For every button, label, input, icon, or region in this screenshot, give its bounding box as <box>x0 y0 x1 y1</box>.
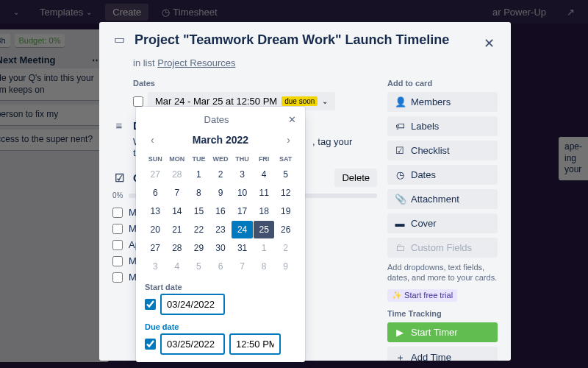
calendar-day[interactable]: 26 <box>275 221 296 238</box>
calendar-day[interactable]: 29 <box>188 239 209 257</box>
checkbox[interactable] <box>112 240 123 250</box>
labels-button[interactable]: 🏷Labels <box>387 116 498 136</box>
calendar-day[interactable]: 9 <box>210 184 232 202</box>
cover-button[interactable]: ▬Cover <box>387 213 498 233</box>
start-date-checkbox[interactable] <box>145 299 156 310</box>
start-trial-pill[interactable]: ✨ Start free trial <box>387 289 457 302</box>
calendar-day[interactable]: 5 <box>275 166 296 183</box>
calendar-day[interactable]: 8 <box>254 258 275 275</box>
calendar-day[interactable]: 11 <box>254 184 275 202</box>
card-icon: ▭ <box>112 32 126 46</box>
custom-fields-note: Add dropdowns, text fields, dates, and m… <box>387 262 498 283</box>
prev-month-button[interactable]: ‹ <box>145 131 160 149</box>
due-date-input[interactable] <box>160 333 225 355</box>
clock-icon: ◷ <box>395 169 405 180</box>
popover-title: Dates <box>145 114 288 125</box>
due-soon-badge: due soon <box>282 96 318 106</box>
check-icon: ☑ <box>395 145 405 156</box>
checkbox[interactable] <box>112 224 123 234</box>
calendar-day[interactable]: 18 <box>254 202 275 220</box>
date-picker-popover: Dates ✕ ‹ March 2022 › SUNMONTUEWEDTHUFR… <box>136 107 305 362</box>
tag-icon: 🏷 <box>395 121 405 132</box>
calendar-day[interactable]: 23 <box>210 221 232 238</box>
chevron-down-icon: ⌄ <box>322 97 328 105</box>
start-timer-button[interactable]: ▶Start Timer <box>387 322 498 342</box>
calendar-day[interactable]: 24 <box>232 221 253 238</box>
checklist-button[interactable]: ☑Checklist <box>387 141 498 160</box>
description-icon: ≡ <box>112 119 126 132</box>
calendar-day[interactable]: 7 <box>232 258 253 275</box>
calendar-day[interactable]: 21 <box>167 221 188 238</box>
calendar-day[interactable]: 15 <box>188 202 209 220</box>
calendar-day[interactable]: 22 <box>188 221 209 238</box>
close-icon[interactable]: ✕ <box>288 114 296 125</box>
date-complete-checkbox[interactable] <box>133 96 143 107</box>
calendar-day[interactable]: 28 <box>167 239 188 257</box>
card-title[interactable]: Project "Teamwork Dream Work" Launch Tim… <box>135 32 472 48</box>
calendar-day[interactable]: 1 <box>254 239 275 257</box>
add-time-button[interactable]: ＋Add Time <box>387 347 498 361</box>
calendar-day[interactable]: 12 <box>275 184 296 202</box>
dow-label: WED <box>210 153 232 165</box>
close-icon[interactable]: ✕ <box>481 32 498 54</box>
calendar-day[interactable]: 3 <box>232 166 253 183</box>
start-date-input[interactable] <box>160 294 225 315</box>
calendar-month: March 2022 <box>193 134 248 146</box>
add-to-card-label: Add to card <box>387 79 498 88</box>
calendar-day[interactable]: 8 <box>188 184 209 202</box>
calendar-day[interactable]: 1 <box>188 166 209 183</box>
calendar-day[interactable]: 20 <box>145 221 166 238</box>
calendar-day[interactable]: 2 <box>275 239 296 257</box>
paperclip-icon: 📎 <box>395 194 405 205</box>
checkbox[interactable] <box>112 272 123 283</box>
calendar-day[interactable]: 31 <box>232 239 253 257</box>
attachment-button[interactable]: 📎Attachment <box>387 189 498 209</box>
list-link[interactable]: Project Resources <box>157 57 235 68</box>
calendar-day[interactable]: 27 <box>145 166 166 183</box>
custom-fields-button[interactable]: 🗀Custom Fields <box>387 238 498 258</box>
calendar-day[interactable]: 27 <box>145 239 166 257</box>
dow-label: MON <box>167 153 188 165</box>
delete-checklist-button[interactable]: Delete <box>334 169 377 187</box>
dow-label: TUE <box>188 153 209 165</box>
dow-label: FRI <box>254 153 275 165</box>
checkbox[interactable] <box>112 256 123 266</box>
dow-label: SAT <box>275 153 296 165</box>
start-date-label: Start date <box>145 283 296 291</box>
plus-icon: ＋ <box>395 351 405 361</box>
calendar-day[interactable]: 17 <box>232 202 253 220</box>
due-date-checkbox[interactable] <box>145 339 156 350</box>
checkbox[interactable] <box>112 208 123 218</box>
calendar-day[interactable]: 7 <box>167 184 188 202</box>
dates-button[interactable]: ◷Dates <box>387 165 498 185</box>
checklist-icon: ☑ <box>112 171 126 185</box>
play-icon: ▶ <box>395 327 405 338</box>
calendar-day[interactable]: 16 <box>210 202 232 220</box>
calendar-day[interactable]: 28 <box>167 166 188 183</box>
sidebar: Add to card 👤Members 🏷Labels ☑Checklist … <box>387 79 498 361</box>
calendar-day[interactable]: 30 <box>210 239 232 257</box>
calendar-day[interactable]: 6 <box>145 184 166 202</box>
calendar-day[interactable]: 4 <box>167 258 188 275</box>
calendar-day[interactable]: 3 <box>145 258 166 275</box>
calendar-day[interactable]: 19 <box>275 202 296 220</box>
calendar-day[interactable]: 9 <box>275 258 296 275</box>
calendar-day[interactable]: 25 <box>254 221 275 238</box>
calendar-day[interactable]: 13 <box>145 202 166 220</box>
time-tracking-label: Time Tracking <box>387 309 498 318</box>
calendar-day[interactable]: 6 <box>210 258 232 275</box>
dow-label: THU <box>232 153 253 165</box>
due-time-input[interactable] <box>229 333 281 355</box>
folder-icon: 🗀 <box>395 242 405 253</box>
calendar-day[interactable]: 14 <box>167 202 188 220</box>
calendar-day[interactable]: 4 <box>254 166 275 183</box>
cover-icon: ▬ <box>395 218 405 229</box>
person-icon: 👤 <box>395 96 405 107</box>
calendar-day[interactable]: 2 <box>210 166 232 183</box>
members-button[interactable]: 👤Members <box>387 92 498 112</box>
next-month-button[interactable]: › <box>281 131 296 149</box>
due-date-label: Due date <box>145 322 296 331</box>
calendar-grid: SUNMONTUEWEDTHUFRISAT2728123456789101112… <box>145 153 296 275</box>
calendar-day[interactable]: 10 <box>232 184 253 202</box>
calendar-day[interactable]: 5 <box>188 258 209 275</box>
